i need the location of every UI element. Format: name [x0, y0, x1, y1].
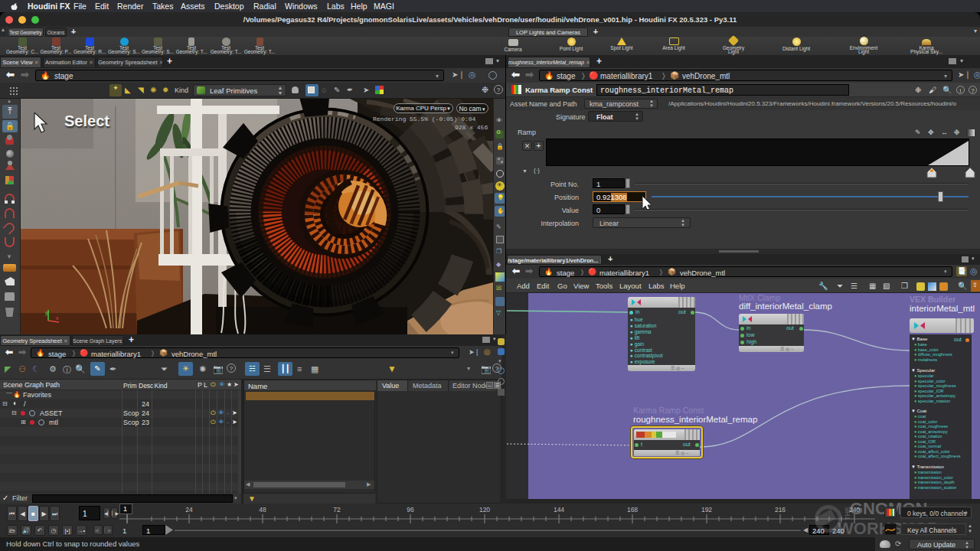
svg-text:120: 120	[479, 506, 490, 514]
svg-text:y: y	[45, 310, 48, 316]
svg-text:24: 24	[185, 506, 193, 514]
svg-text:168: 168	[627, 506, 638, 514]
svg-text:48: 48	[259, 506, 266, 514]
svg-text:216: 216	[775, 506, 786, 514]
svg-text:72: 72	[333, 506, 341, 514]
svg-text:x: x	[56, 315, 59, 321]
svg-text:144: 144	[554, 506, 564, 514]
svg-text:192: 192	[701, 506, 712, 514]
svg-text:96: 96	[407, 506, 414, 514]
svg-text:240: 240	[849, 506, 860, 514]
